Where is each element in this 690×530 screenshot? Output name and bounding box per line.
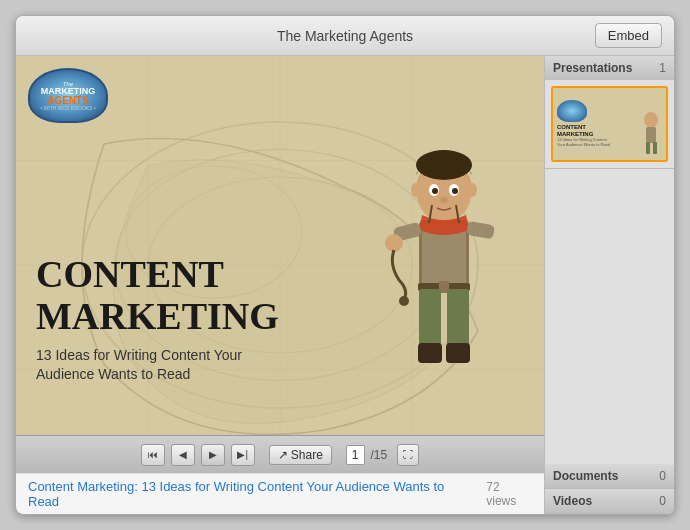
documents-label: Documents <box>553 469 618 483</box>
svg-rect-17 <box>418 343 442 363</box>
share-button[interactable]: ↗ Share <box>269 445 332 465</box>
slide-text: CONTENT MARKETING 13 Ideas for Writing C… <box>36 254 296 385</box>
slide-title-line1: CONTENT MARKETING <box>36 254 296 338</box>
svg-point-26 <box>411 183 421 197</box>
documents-count: 0 <box>659 469 666 483</box>
logo-circle: The MARKETING AGENTS • WITH NICK BROOKS … <box>28 68 108 123</box>
next-button[interactable]: ▶| <box>231 444 255 466</box>
svg-point-25 <box>440 197 448 203</box>
skip-start-button[interactable]: ⏮ <box>141 444 165 466</box>
presentation-thumbnail[interactable]: CONTENTMARKETING 13 Ideas for Writing Co… <box>551 86 668 162</box>
documents-header: Documents 0 <box>545 464 674 488</box>
thumb-logo <box>557 100 587 122</box>
sidebar-videos-section: Videos 0 <box>545 489 674 514</box>
svg-point-30 <box>399 296 409 306</box>
page-total: /15 <box>371 448 388 462</box>
page-current: 1 <box>346 445 365 465</box>
svg-rect-15 <box>419 289 441 349</box>
previous-button[interactable]: ◀ <box>171 444 195 466</box>
slide-content: The MARKETING AGENTS • WITH NICK BROOKS … <box>16 56 544 435</box>
sidebar-documents-section: Documents 0 <box>545 464 674 489</box>
sidebar-presentations-section: Presentations 1 CONTENTMARKETING 13 Idea… <box>545 56 674 169</box>
logo-text-agents: AGENTS <box>47 96 89 106</box>
videos-count: 0 <box>659 494 666 508</box>
character-svg <box>374 115 514 385</box>
svg-point-24 <box>452 188 458 194</box>
presentations-count: 1 <box>659 61 666 75</box>
embed-button[interactable]: Embed <box>595 23 662 48</box>
thumbnail-inner: CONTENTMARKETING 13 Ideas for Writing Co… <box>553 88 666 160</box>
videos-label: Videos <box>553 494 592 508</box>
presentations-content: CONTENTMARKETING 13 Ideas for Writing Co… <box>545 80 674 168</box>
sidebar-spacer <box>545 169 674 464</box>
thumb-title: CONTENTMARKETING <box>557 124 593 138</box>
player-footer: Content Marketing: 13 Ideas for Writing … <box>16 473 544 514</box>
svg-rect-35 <box>653 142 657 154</box>
svg-point-29 <box>385 234 403 252</box>
player-header: The Marketing Agents Embed <box>16 16 674 56</box>
character-illustration <box>364 105 524 385</box>
logo-area: The MARKETING AGENTS • WITH NICK BROOKS … <box>28 68 148 138</box>
svg-point-32 <box>644 112 658 128</box>
svg-rect-16 <box>447 289 469 349</box>
slide-subtitle: 13 Ideas for Writing Content Your Audien… <box>36 346 296 385</box>
thumb-character <box>639 110 664 160</box>
svg-rect-31 <box>466 221 495 239</box>
videos-header: Videos 0 <box>545 489 674 513</box>
player-title: The Marketing Agents <box>277 28 413 44</box>
footer-link[interactable]: Content Marketing: 13 Ideas for Writing … <box>28 479 470 509</box>
presentations-header: Presentations 1 <box>545 56 674 80</box>
svg-rect-34 <box>646 142 650 154</box>
svg-rect-33 <box>646 127 656 143</box>
slide-area: The MARKETING AGENTS • WITH NICK BROOKS … <box>16 56 544 514</box>
share-icon: ↗ <box>278 448 288 462</box>
fullscreen-button[interactable]: ⛶ <box>397 444 419 466</box>
play-button[interactable]: ▶ <box>201 444 225 466</box>
slide-viewport: The MARKETING AGENTS • WITH NICK BROOKS … <box>16 56 544 435</box>
sidebar: Presentations 1 CONTENTMARKETING 13 Idea… <box>544 56 674 514</box>
svg-point-27 <box>467 183 477 197</box>
logo-text-with: • WITH NICK BROOKS • <box>40 106 95 111</box>
svg-point-23 <box>432 188 438 194</box>
svg-rect-18 <box>446 343 470 363</box>
presentations-label: Presentations <box>553 61 632 75</box>
controls-bar: ⏮ ◀ ▶ ▶| ↗ Share 1 /15 ⛶ <box>16 435 544 473</box>
thumb-subtitle: 13 Ideas for Writing ContentYour Audienc… <box>557 138 610 148</box>
footer-views: 72 views <box>486 480 532 508</box>
player-container: The Marketing Agents Embed <box>15 15 675 515</box>
player-body: The MARKETING AGENTS • WITH NICK BROOKS … <box>16 56 674 514</box>
svg-point-20 <box>416 150 472 180</box>
